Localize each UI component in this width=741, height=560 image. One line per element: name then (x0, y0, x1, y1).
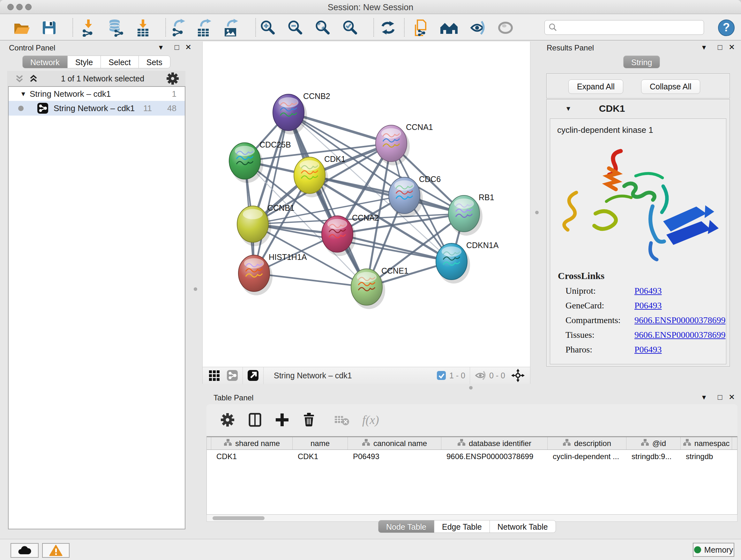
crosslink-value-link[interactable]: P06493 (634, 286, 662, 296)
column-header-description[interactable]: description (548, 437, 626, 449)
tab-network[interactable]: Network (22, 56, 68, 68)
network-node-CDKN1A[interactable]: CDKN1A (436, 241, 499, 284)
table-cell[interactable]: CDK1 (211, 450, 293, 463)
show-all-panels-icon[interactable] (440, 19, 458, 37)
hide-panel-icon[interactable] (469, 19, 487, 37)
table-hscrollbar-thumb[interactable] (212, 516, 265, 520)
table-cell[interactable]: P06493 (348, 450, 441, 463)
horizontal-splitter[interactable] (202, 384, 741, 391)
network-node-CCNE1[interactable]: CCNE1 (351, 266, 408, 309)
collection-caret-icon[interactable]: ▼ (20, 90, 30, 98)
panel-float-icon[interactable]: □ (718, 393, 723, 401)
panel-close-icon[interactable]: ✕ (729, 393, 735, 401)
zoom-in-icon[interactable] (259, 19, 277, 37)
table-cell[interactable]: stringdb:9... (626, 450, 681, 463)
tab-sets[interactable]: Sets (139, 56, 171, 68)
crosslink-label: Tissues: (565, 330, 634, 340)
tab-select[interactable]: Select (101, 56, 138, 68)
panel-float-icon[interactable]: □ (175, 43, 179, 52)
crosslink-value-link[interactable]: P06493 (634, 345, 662, 355)
show-columns-icon[interactable] (249, 413, 261, 427)
tab-edge-table[interactable]: Edge Table (434, 520, 490, 533)
column-header-canonical-name[interactable]: canonical name (348, 437, 441, 449)
column-header-name[interactable]: name (293, 437, 348, 449)
collapse-all-button[interactable]: Collapse All (641, 79, 700, 94)
create-column-icon[interactable] (275, 413, 289, 427)
tab-node-table[interactable]: Node Table (378, 520, 434, 533)
hidden-badge: 0 - 0 (475, 371, 505, 380)
zoom-fit-content-icon[interactable] (314, 19, 332, 37)
clone-network-view-icon[interactable] (412, 19, 430, 37)
delete-column-icon[interactable] (303, 413, 315, 427)
protein-detail-box: cyclin-dependent kinase 1 (550, 118, 726, 364)
network-thumbnail-icon[interactable] (226, 370, 238, 381)
panel-close-icon[interactable]: ✕ (729, 43, 735, 52)
crosslink-value-link[interactable]: P06493 (634, 300, 662, 311)
table-tabs: Node TableEdge TableNetwork Table (378, 520, 556, 533)
expand-all-button[interactable]: Expand All (568, 79, 623, 94)
tab-string[interactable]: String (623, 56, 660, 68)
toolbar-separator (374, 18, 374, 37)
open-session-icon[interactable] (13, 19, 30, 37)
network-options-gear-icon[interactable] (166, 72, 179, 85)
birds-eye-view-icon[interactable] (247, 370, 259, 381)
export-table-icon[interactable] (196, 19, 214, 37)
column-header-@id[interactable]: @id (626, 437, 681, 449)
right-splitter[interactable] (530, 42, 543, 384)
table-row[interactable]: CDK1CDK1P064939606.ENSP00000378699cyclin… (207, 450, 737, 463)
protein-caret-icon[interactable]: ▼ (565, 105, 571, 112)
network-collection-row[interactable]: ▼ String Network – cdk1 1 (9, 87, 185, 101)
edge-CDK1-RB1[interactable] (310, 175, 464, 213)
import-table-from-file-icon[interactable] (134, 19, 152, 37)
table-cell[interactable]: CDK1 (293, 450, 348, 463)
collapse-all-icon[interactable] (14, 74, 25, 83)
column-header-namespac[interactable]: namespac (681, 437, 732, 449)
network-node-CCNA1[interactable]: CCNA1 (376, 123, 433, 165)
selected-checkbox-icon[interactable] (436, 371, 446, 380)
crosslink-value-link[interactable]: 9606.ENSP00000378699 (634, 330, 725, 340)
tab-network-table[interactable]: Network Table (490, 520, 556, 533)
crosslink-value-link[interactable]: 9606.ENSP00000378699 (634, 315, 725, 325)
grid-view-icon[interactable] (209, 370, 219, 381)
column-header-database-identifier[interactable]: database identifier (441, 437, 548, 449)
expand-all-icon[interactable] (28, 74, 39, 83)
network-row-selected[interactable]: String Network – cdk1 1148 (9, 101, 185, 116)
export-image-icon[interactable] (223, 19, 241, 37)
memory-button[interactable]: Memory (693, 543, 734, 557)
table-cell[interactable]: stringdb (681, 450, 732, 463)
panel-menu-icon[interactable]: ▾ (702, 393, 706, 401)
refresh-view-icon[interactable] (379, 19, 397, 37)
tab-style[interactable]: Style (68, 56, 101, 68)
network-node-CCNB2[interactable]: CCNB2 (273, 91, 330, 134)
zoom-out-icon[interactable] (286, 19, 305, 37)
network-canvas[interactable]: CCNB2CCNA1CDC25BCDK1CDC6RB1CCNB1CCNA2CDK… (202, 42, 530, 367)
export-network-icon[interactable] (170, 19, 188, 37)
column-header-shared-name[interactable]: shared name (211, 437, 293, 449)
status-bar: Memory (0, 539, 741, 560)
import-network-from-database-icon[interactable] (107, 19, 125, 37)
save-session-icon[interactable] (40, 19, 58, 37)
panel-menu-icon[interactable]: ▾ (159, 43, 163, 52)
zoom-selected-icon[interactable] (341, 19, 359, 37)
left-splitter[interactable] (189, 42, 202, 531)
toggle-views-icon[interactable] (496, 19, 515, 37)
help-icon[interactable]: ? (718, 19, 735, 37)
table-cell[interactable]: cyclin-dependent ... (548, 450, 626, 463)
network-node-CCNB1[interactable]: CCNB1 (237, 203, 294, 246)
network-node-CDK1[interactable]: CDK1 (294, 154, 346, 197)
cloud-status-button[interactable] (10, 543, 39, 558)
panel-menu-icon[interactable]: ▾ (702, 43, 706, 52)
table-options-gear-icon[interactable] (220, 413, 234, 427)
table-cell[interactable]: 9606.ENSP00000378699 (441, 450, 548, 463)
search-input[interactable] (557, 23, 704, 32)
warning-status-button[interactable] (42, 543, 70, 558)
network-node-HIST1H1A[interactable]: HIST1H1A (239, 253, 307, 295)
panel-float-icon[interactable]: □ (718, 43, 723, 52)
network-column-icon (457, 439, 466, 448)
hidden-eye-icon (475, 371, 486, 380)
import-network-from-file-icon[interactable] (79, 19, 97, 37)
network-svg[interactable]: CCNB2CCNA1CDC25BCDK1CDC6RB1CCNB1CCNA2CDK… (203, 42, 531, 367)
network-node-RB1[interactable]: RB1 (448, 193, 494, 236)
pan-crosshair-icon[interactable] (511, 368, 525, 382)
edge-CCNB2-HIST1H1A[interactable] (254, 112, 288, 273)
